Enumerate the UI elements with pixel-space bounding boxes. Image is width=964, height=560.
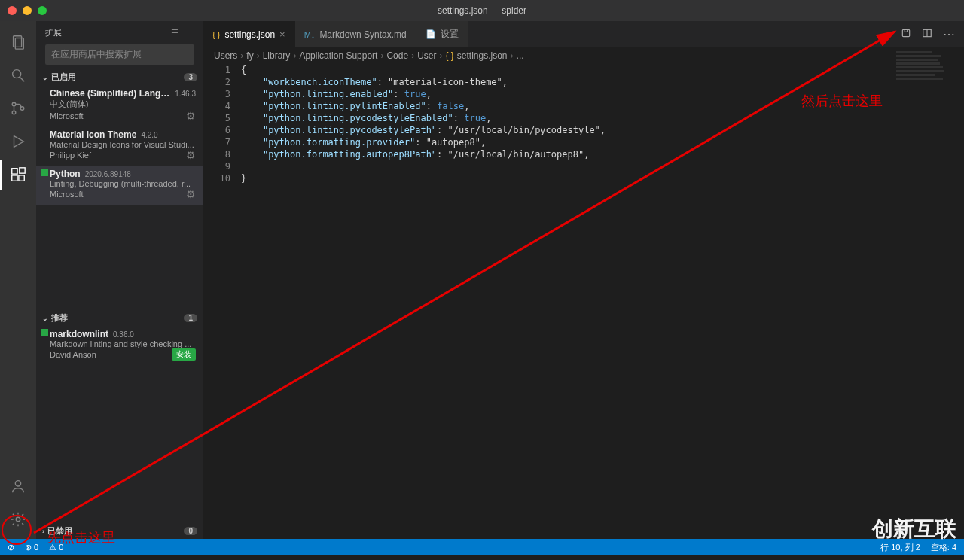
extension-publisher: David Anson [50,350,96,359]
annotation-top: 然后点击这里 [801,92,883,110]
svg-point-13 [16,517,20,522]
traffic-lights [0,6,47,15]
minimize-window-icon[interactable] [23,6,32,15]
scm-icon[interactable] [0,93,36,123]
tab-settings-json[interactable]: { }settings.json× [203,21,295,47]
extensions-icon[interactable] [0,160,36,190]
extension-version: 4.2.0 [141,131,157,139]
svg-point-12 [15,481,20,486]
breadcrumb-item[interactable]: User [417,50,436,61]
svg-rect-11 [20,168,25,173]
tabs: { }settings.json×M↓Markdown Syntax.md📄设置… [203,21,964,47]
svg-line-3 [20,78,25,82]
gear-icon[interactable]: ⚙ [186,149,196,161]
chevron-down-icon: ⌄ [42,315,48,322]
extension-version: 0.36.0 [113,330,134,339]
extension-description: Linting, Debugging (multi-threaded, r... [50,179,196,188]
star-badge-icon [41,329,48,336]
activity-bar [0,21,36,539]
debug-icon[interactable] [0,126,36,157]
extension-name: markdownlint [50,329,108,339]
breadcrumb-item[interactable]: Code [386,50,408,61]
section-enabled[interactable]: ⌄ 已启用 3 [36,69,203,85]
chevron-down-icon: ⌄ [42,74,48,81]
filter-icon[interactable]: ☰ [171,28,178,38]
gear-icon[interactable]: ⚙ [186,188,196,200]
account-icon[interactable] [0,471,36,501]
breadcrumb-item[interactable]: ... [517,50,524,61]
sidebar-title: 扩展 [45,27,62,38]
watermark: 创新互联 [872,515,956,543]
close-tab-icon[interactable]: × [279,29,285,40]
extension-item[interactable]: Python2020.6.89148Linting, Debugging (mu… [36,166,203,205]
minimap[interactable] [896,51,956,89]
extension-description: 中文(简体) [50,99,196,110]
breadcrumb-item[interactable]: Users [214,50,237,61]
breadcrumb-item[interactable]: Library [263,50,291,61]
code-editor[interactable]: { "workbench.iconTheme": "material-icon-… [241,64,606,184]
svg-point-6 [20,107,24,111]
extension-description: Material Design Icons for Visual Studi..… [50,140,196,149]
extension-search-input[interactable]: 在应用商店中搜索扩展 [45,44,194,65]
breadcrumb-item[interactable]: fy [246,50,253,61]
extension-description: Markdown linting and style checking ... [50,339,196,348]
extension-item[interactable]: Material Icon Theme4.2.0Material Design … [36,126,203,166]
annotation-bottom: 先点击这里 [47,528,115,546]
extension-publisher: Philipp Kief [50,151,91,160]
extension-version: 2020.6.89148 [85,170,131,178]
tab-Markdown-Syntax-md[interactable]: M↓Markdown Syntax.md [295,21,416,47]
errors-count[interactable]: ⊗ 0 [25,543,38,552]
more-icon[interactable]: ⋯ [186,28,194,38]
tab--[interactable]: 📄设置 [416,21,468,47]
chevron-right-icon: › [42,528,44,535]
gear-icon[interactable]: ⚙ [186,110,196,122]
explorer-icon[interactable] [0,27,36,57]
search-icon[interactable] [0,60,36,90]
breadcrumb-item[interactable]: Application Support [299,50,377,61]
md-icon: M↓ [304,30,316,39]
titlebar: settings.json — spider [0,0,964,21]
breadcrumb-item[interactable]: settings.json [457,50,508,61]
extension-name: Chinese (Simplified) Langua... [50,88,170,99]
extension-item[interactable]: markdownlint0.36.0Markdown linting and s… [36,326,203,365]
extension-version: 1.46.3 [175,90,196,98]
section-recommended[interactable]: ⌄ 推荐 1 [36,310,203,326]
statusbar: ⊘ ⊗ 0 ⚠ 0 行 10, 列 2 空格: 4 [0,539,964,555]
star-badge-icon [41,169,48,176]
close-window-icon[interactable] [8,6,17,15]
svg-rect-14 [902,29,909,36]
install-button[interactable]: 安装 [172,348,196,361]
sidebar: 扩展 ☰ ⋯ 在应用商店中搜索扩展 ⌄ 已启用 3 Chinese (Simpl… [36,21,203,539]
extension-publisher: Microsoft [50,190,84,199]
window-title: settings.json — spider [438,5,526,16]
svg-rect-10 [19,175,24,181]
maximize-window-icon[interactable] [38,6,47,15]
settings-gear-icon[interactable] [0,504,36,534]
remote-icon[interactable]: ⊘ [8,543,14,552]
svg-rect-9 [12,175,17,181]
sidebar-header: 扩展 ☰ ⋯ [36,21,203,44]
set-icon: 📄 [426,29,436,39]
breadcrumb[interactable]: Users›fy›Library›Application Support›Cod… [203,47,964,64]
extension-item[interactable]: Chinese (Simplified) Langua...1.46.3中文(简… [36,85,203,126]
more-actions-icon[interactable]: ⋯ [943,27,955,41]
svg-rect-8 [12,169,17,174]
extension-publisher: Microsoft [50,111,84,120]
split-editor-icon[interactable] [922,28,932,41]
line-numbers: 12345678910 [203,64,241,184]
open-file-icon[interactable] [901,28,911,41]
tab-actions: ⋯ [892,21,964,47]
svg-marker-7 [14,136,24,148]
svg-point-5 [12,111,16,114]
json-icon: { } [212,30,220,39]
extension-name: Python [50,169,81,179]
extension-name: Material Icon Theme [50,129,136,140]
svg-point-2 [13,70,21,78]
svg-point-4 [12,102,16,106]
